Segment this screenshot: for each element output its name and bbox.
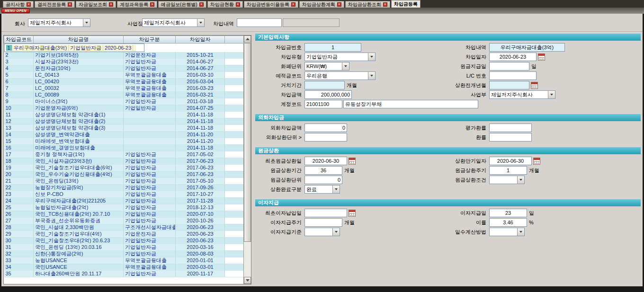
cell[interactable]: 2014-06-27 [176, 59, 225, 65]
table-row[interactable]: 15미래에셋_변액보험대출2014-11-20 [4, 138, 244, 145]
cell[interactable]: 22 [4, 185, 34, 191]
cell[interactable]: 18 [4, 158, 34, 165]
table-row[interactable]: 30국민_기술창조우대(2억) 20.6.23기업일반자금2020-06-23 [4, 238, 244, 244]
cell[interactable]: 중기청 정책자금(1억) [34, 151, 124, 158]
table-row[interactable]: 18국민_시설자금(23억3천)기업일반자금2017-06-23 [4, 158, 244, 165]
cell[interactable]: 기업일반자금 [124, 178, 176, 185]
tab-close-icon[interactable]: ✕ [199, 2, 204, 7]
tab-close-icon[interactable]: ✕ [383, 2, 387, 7]
cell[interactable]: 25 [4, 204, 34, 211]
tab-5[interactable]: 예금일보(은행별)✕ [158, 1, 206, 8]
cell[interactable]: 기업일반자금 [124, 218, 176, 224]
cell[interactable]: 7 [4, 85, 34, 92]
cell[interactable]: 2020-06-23 [176, 224, 225, 231]
cell[interactable]: 28 [4, 224, 34, 231]
interest-day-input[interactable] [489, 209, 527, 217]
cell[interactable]: 국민_온렌딩(13억) [34, 178, 124, 185]
complete-flag-select[interactable]: 완료 [304, 185, 340, 194]
cell[interactable]: 기업일반자금 [124, 59, 176, 65]
chevron-down-icon[interactable] [517, 176, 524, 184]
cell[interactable]: 무역포괄금융대출 [124, 257, 176, 264]
cell[interactable]: 우리구매자금대출(3억) [12, 45, 69, 51]
cell[interactable]: 기업일반자금 [124, 244, 176, 251]
cell[interactable]: 미래에셋_경영인보험대출 [34, 145, 124, 151]
chevron-down-icon[interactable] [517, 228, 524, 236]
loan-desc-search-input[interactable] [237, 18, 282, 27]
cell[interactable] [124, 125, 176, 132]
cell[interactable]: 26 [4, 211, 34, 218]
cell[interactable]: 2017-06-23 [176, 165, 225, 171]
cell[interactable]: 2016-03-04 [176, 79, 225, 85]
calendar-icon[interactable] [349, 210, 356, 217]
cell[interactable]: 미래에셋_변액보험대출 [34, 138, 124, 145]
table-row[interactable]: 26국민_TCB신용대출(2억) 20.7.10기업일반자금2020-07-10 [4, 211, 244, 218]
repay-condition-select[interactable] [489, 176, 525, 184]
cell[interactable] [124, 132, 176, 138]
principal-pay-day-input[interactable] [489, 62, 529, 71]
repay-cycle-input[interactable] [489, 166, 527, 175]
cell[interactable]: 신한(-)통장예금(2억) [34, 251, 124, 257]
scroll-down-icon[interactable] [244, 277, 251, 284]
cell[interactable]: 2020-11-17 [176, 271, 225, 277]
cell[interactable]: 국민USANCE [34, 264, 124, 271]
cell[interactable]: 기업기보(16억5천) [34, 52, 124, 59]
maturity-date-input[interactable] [489, 157, 532, 165]
tab-close-icon[interactable]: ✕ [236, 2, 240, 7]
cell[interactable]: 삼성생명_변액약관대출 [34, 132, 124, 138]
table-row[interactable]: 27부국증권_선순위유동화증권기업일반자금2020-10-26 [4, 218, 244, 224]
fc-repay-unit-input[interactable] [304, 133, 347, 142]
cell[interactable]: 기업일반자금 [124, 65, 176, 72]
cell[interactable]: LC_00032 [34, 85, 124, 92]
calendar-icon[interactable] [531, 82, 538, 89]
cell[interactable]: 1 [6, 45, 12, 51]
cell[interactable]: 35 [4, 271, 34, 277]
table-row[interactable]: 11삼성생명단체보험 약관대출(1)2014-11-18 [4, 112, 244, 118]
cell[interactable]: 2016-03-21 [176, 92, 225, 98]
cell[interactable]: 27 [4, 218, 34, 224]
cell[interactable]: 2020-08-03 [176, 251, 225, 257]
cell[interactable]: 2020-03-01 [176, 264, 225, 271]
table-row[interactable]: 12삼성생명단체보험 약관대출(2)2014-11-18 [4, 118, 244, 125]
day-count-select[interactable] [489, 228, 525, 236]
table-row[interactable]: 25농협일반자금대출(2억)기업일반자금2018-12-13 [4, 204, 244, 211]
table-row[interactable]: 8LC_00089무역포괄금융대출2016-03-21 [4, 92, 244, 98]
cell[interactable]: 국민_기술창조우대(2억) 20.6.23 [34, 238, 124, 244]
cell[interactable]: 기업일반자금 [124, 171, 176, 178]
cell[interactable]: 기업운전자금 [124, 231, 176, 238]
first-repay-date-input[interactable] [304, 157, 347, 165]
cell[interactable]: 4 [4, 65, 34, 72]
cell[interactable]: 부국증권_선순위유동화증권 [34, 218, 124, 224]
cell[interactable] [124, 145, 176, 151]
cell[interactable]: 2018-12-13 [176, 204, 225, 211]
cell[interactable]: 9 [4, 98, 34, 105]
repay-period-input[interactable] [304, 166, 342, 175]
cell[interactable]: 2017-05-10 [176, 178, 225, 185]
cell[interactable]: 기업일반자금 [124, 151, 176, 158]
cell[interactable]: 기업일반자금 [124, 251, 176, 257]
table-row[interactable]: 24우리구매자금대출(2억)221205기업일반자금2017-11-28 [4, 198, 244, 204]
table-row[interactable]: 4운전자금(10억)기업일반자금2014-06-27 [4, 65, 244, 72]
cell[interactable]: 2020-01-01 [176, 257, 225, 264]
cell[interactable]: 10 [4, 105, 34, 112]
cell[interactable]: 기업일반자금 [124, 198, 176, 204]
cell[interactable]: 농협일반자금대출(2억) [34, 204, 124, 211]
cell[interactable]: 기업일반자금 [124, 271, 176, 277]
table-row[interactable]: 21국민_온렌딩(13억)기업일반자금2017-05-10 [4, 178, 244, 185]
cell[interactable] [124, 138, 176, 145]
table-row[interactable]: 35하나대출260백만원 20.11.17기업일반자금2020-11-17 [4, 271, 244, 277]
table-row[interactable]: 32신한(-)통장예금(2억)기업일반자금2020-08-03 [4, 251, 244, 257]
loan-desc-field-input[interactable] [489, 43, 565, 52]
scrollbar-thumb[interactable] [244, 43, 251, 242]
table-row[interactable]: 5LC_00413무역포괄금융대출2016-03-10 [4, 72, 244, 79]
cell[interactable] [124, 118, 176, 125]
cell[interactable]: 29 [4, 231, 34, 238]
table-row[interactable]: 33농협USANCE무역포괄금융대출2020-01-01 [4, 257, 244, 264]
cell[interactable]: 2017-05-02 [176, 151, 225, 158]
currency-select[interactable]: KRW(₩) [304, 62, 349, 71]
cell[interactable]: 무역포괄금융대출 [124, 79, 176, 85]
cell[interactable]: 기업일반자금 [69, 45, 103, 51]
cell[interactable]: 2 [4, 52, 34, 59]
cell[interactable]: 국민_기술창조기업우대대출(6억) [34, 165, 124, 171]
interest-basis-select[interactable] [304, 228, 340, 236]
tab-6[interactable]: 차입금현황✕ [207, 1, 243, 8]
